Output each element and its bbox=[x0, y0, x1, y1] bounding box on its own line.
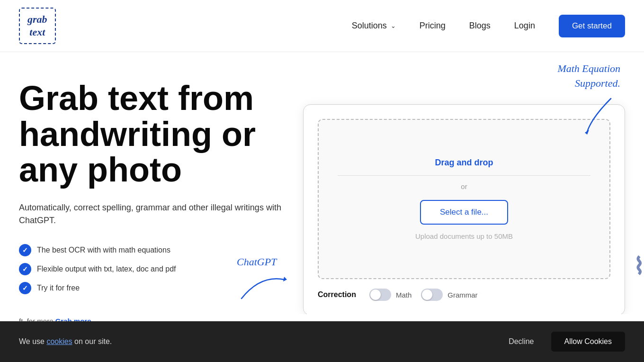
cookie-text: We use cookies on our site. bbox=[19, 337, 112, 346]
hero-subtitle: Automatically, correct spelling, grammar… bbox=[19, 201, 284, 227]
math-annotation: Math EquationSupported. bbox=[557, 62, 620, 136]
feature-label-1: The best OCR with with math equations bbox=[37, 246, 170, 254]
nav-login[interactable]: Login bbox=[514, 21, 535, 31]
nav-solutions[interactable]: Solutions ⌄ bbox=[352, 21, 396, 31]
check-icon-1 bbox=[19, 244, 31, 256]
feature-label-3: Try it for free bbox=[37, 284, 80, 292]
solutions-label: Solutions bbox=[352, 21, 387, 31]
logo-line2: text bbox=[29, 26, 45, 38]
math-toggle-group: Math bbox=[369, 289, 411, 301]
math-toggle[interactable] bbox=[369, 289, 391, 301]
chevron-down-icon: ⌄ bbox=[391, 22, 396, 29]
chatgpt-arrow-svg bbox=[237, 270, 289, 303]
allow-cookies-button[interactable]: Allow Cookies bbox=[551, 332, 625, 346]
main-content: Grab text from handwriting or any photo … bbox=[0, 52, 644, 346]
math-label: Math bbox=[396, 291, 411, 299]
cookies-link[interactable]: cookies bbox=[46, 337, 72, 345]
decline-button[interactable]: Decline bbox=[499, 333, 543, 346]
svg-marker-1 bbox=[585, 130, 589, 135]
feature-label-2: Flexible output with txt, latex, doc and… bbox=[37, 265, 176, 273]
nav-blogs[interactable]: Blogs bbox=[469, 21, 491, 31]
grammar-label: Grammar bbox=[447, 291, 477, 299]
check-icon-3 bbox=[19, 282, 31, 294]
header: grab text Solutions ⌄ Pricing Blogs Logi… bbox=[0, 0, 644, 52]
select-file-button[interactable]: Select a file... bbox=[420, 200, 508, 225]
logo[interactable]: grab text bbox=[19, 8, 56, 44]
right-edge-decoration: ⌇ bbox=[633, 253, 644, 280]
grammar-toggle-group: Grammar bbox=[421, 289, 477, 301]
cookie-banner: We use cookies on our site. Decline Allo… bbox=[0, 321, 644, 346]
math-arrow-svg bbox=[573, 94, 620, 136]
hero-title: Grab text from handwriting or any photo bbox=[19, 81, 284, 188]
upload-hint: Upload documents up to 50MB bbox=[338, 232, 590, 240]
logo-line1: grab bbox=[27, 13, 47, 26]
nav-pricing[interactable]: Pricing bbox=[420, 21, 446, 31]
get-started-button[interactable]: Get started bbox=[559, 15, 625, 37]
drag-drop-label: Drag and drop bbox=[338, 158, 590, 168]
feature-item-1: The best OCR with with math equations bbox=[19, 244, 284, 256]
check-icon-2 bbox=[19, 263, 31, 275]
card-controls: Correction Math Grammar bbox=[318, 289, 610, 301]
cookie-buttons: Decline Allow Cookies bbox=[499, 332, 625, 346]
or-label: or bbox=[338, 182, 590, 190]
chatgpt-annotation: ChatGPT bbox=[237, 256, 289, 303]
svg-marker-0 bbox=[283, 277, 287, 281]
main-nav: Solutions ⌄ Pricing Blogs Login Get star… bbox=[352, 15, 625, 37]
drop-zone[interactable]: Drag and drop or Select a file... Upload… bbox=[318, 119, 610, 279]
hero-right: Math EquationSupported. Drag and drop or… bbox=[303, 71, 625, 316]
correction-label: Correction bbox=[318, 290, 356, 299]
grammar-toggle[interactable] bbox=[421, 289, 443, 301]
